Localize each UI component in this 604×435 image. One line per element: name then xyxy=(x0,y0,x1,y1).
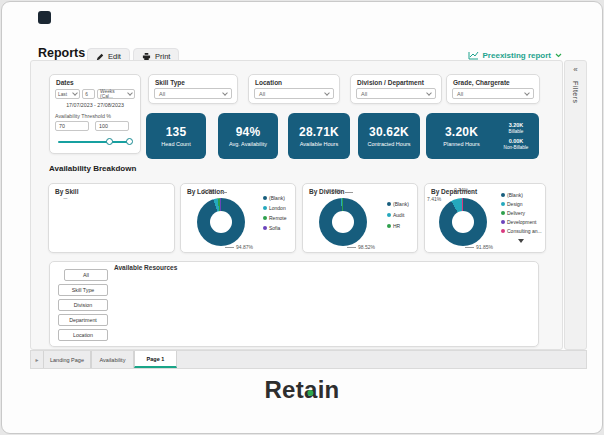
kpi-available-hours: 28.71K Available Hours xyxy=(288,113,350,159)
callout-label: 7.41% xyxy=(427,196,441,202)
skill-type-select[interactable]: All xyxy=(154,88,232,99)
filters-panel-label: Filters xyxy=(572,81,579,104)
tab-landing-page[interactable]: Landing Page xyxy=(43,351,91,368)
legend-item[interactable]: Remote xyxy=(263,215,287,221)
grade-title: Grade, Chargerate xyxy=(447,75,539,87)
by-location-chart-card: By Location 2.7% 94.87% (Blank) London R… xyxy=(180,183,296,253)
callout-label: 0.74% xyxy=(454,187,468,193)
division-donut-chart[interactable] xyxy=(319,198,367,246)
collapse-filters-icon[interactable]: « xyxy=(565,65,586,74)
resources-filter-location[interactable]: Location xyxy=(58,329,108,341)
empty-chart-mark: ~ xyxy=(63,194,68,203)
division-select[interactable]: All xyxy=(356,88,436,99)
legend-label: Design xyxy=(507,201,523,207)
report-canvas: Dates Last 6 Weeks (Cal... 17/07/2023 - … xyxy=(30,60,563,350)
kpi-avg-availability: 94% Avg. Availability xyxy=(218,113,278,159)
slider-handle-min[interactable] xyxy=(106,138,113,145)
chevron-down-icon xyxy=(555,53,562,58)
kpi-sub-value: 0.00K xyxy=(509,138,524,144)
kpi-sub-label: Non-Billable xyxy=(504,145,529,150)
location-select[interactable]: All xyxy=(254,88,334,99)
dates-mode-select[interactable]: Last xyxy=(55,89,80,99)
legend-color-dot xyxy=(263,216,267,220)
legend-label: (Blank) xyxy=(507,192,523,198)
app-window: Reports Edit Print Preexisting report Da… xyxy=(1,1,603,434)
kpi-sub-label: Billable xyxy=(509,129,524,134)
skill-type-title: Skill Type xyxy=(149,75,237,87)
slider-handle-max[interactable] xyxy=(126,138,133,145)
resources-filter-skill-type[interactable]: Skill Type xyxy=(58,284,108,296)
resources-filter-division[interactable]: Division xyxy=(58,299,108,311)
kpi-sub-value: 3.20K xyxy=(509,122,524,128)
resources-filter-all[interactable]: All xyxy=(64,269,108,281)
legend-label: Audit xyxy=(393,212,404,218)
report-selector[interactable]: Preexisting report xyxy=(468,51,562,60)
line-chart-icon xyxy=(468,51,479,60)
tab-availability[interactable]: Availability xyxy=(91,351,134,368)
available-resources-title: Available Resources xyxy=(114,264,177,271)
legend-label: Remote xyxy=(269,215,287,221)
legend-color-dot xyxy=(387,213,391,217)
location-title: Location xyxy=(249,75,339,87)
tab-nav-arrow-icon[interactable]: ▸ xyxy=(31,351,43,368)
kpi-label: Contracted Hours xyxy=(367,141,410,147)
kpi-label: Avg. Availability xyxy=(229,141,267,147)
legend-item[interactable]: Audit xyxy=(387,212,409,218)
department-donut-chart[interactable] xyxy=(439,198,487,246)
skill-type-value: All xyxy=(159,91,165,97)
location-donut-chart[interactable] xyxy=(197,198,245,246)
callout-label: 2.7% xyxy=(203,188,214,194)
division-filter-card: Division / Department All xyxy=(350,74,442,104)
callout-line xyxy=(470,192,476,193)
legend-item[interactable]: Sofia xyxy=(263,225,287,231)
legend-item[interactable]: HR xyxy=(387,223,409,229)
kpi-head-count: 135 Head Count xyxy=(146,113,206,159)
legend-label: (Blank) xyxy=(269,195,285,201)
legend-item[interactable]: Development xyxy=(501,219,542,225)
kpi-planned-hours: 3.20K Planned Hours 3.20K Billable 0.00K… xyxy=(426,113,539,159)
legend-color-dot xyxy=(501,193,505,197)
legend-label: Development xyxy=(507,219,536,225)
tab-page-1[interactable]: Page 1 xyxy=(134,351,177,368)
kpi-contracted-hours: 30.62K Contracted Hours xyxy=(358,113,420,159)
threshold-min-input[interactable]: 70 xyxy=(55,121,89,131)
legend-item[interactable]: Delivery xyxy=(501,210,542,216)
callout-line xyxy=(465,247,474,248)
callout-line xyxy=(225,247,234,248)
callout-line xyxy=(347,247,356,248)
kpi-value: 30.62K xyxy=(369,125,409,139)
chevron-down-icon xyxy=(324,90,330,96)
legend-item[interactable]: (Blank) xyxy=(387,201,409,207)
legend-item[interactable]: Design xyxy=(501,201,542,207)
legend-color-dot xyxy=(501,220,505,224)
legend-item[interactable]: (Blank) xyxy=(501,192,542,198)
dates-unit-select[interactable]: Weeks (Cal... xyxy=(97,89,135,99)
chevron-down-icon xyxy=(426,90,432,96)
division-title: Division / Department xyxy=(351,75,441,87)
app-logo-icon xyxy=(38,11,51,24)
dates-unit-value: Weeks (Cal... xyxy=(100,89,128,99)
legend-item[interactable]: (Blank) xyxy=(263,195,287,201)
legend-label: Sofia xyxy=(269,225,280,231)
report-selector-label: Preexisting report xyxy=(483,51,551,60)
threshold-max-input[interactable]: 100 xyxy=(95,121,129,131)
filters-panel: « Filters xyxy=(564,60,587,350)
kpi-value: 94% xyxy=(236,125,261,139)
by-division-chart-card: By Division 0.74% 98.52% (Blank) Audit H… xyxy=(302,183,418,253)
page-tab-bar: ▸ Landing Page Availability Page 1 xyxy=(30,350,587,369)
legend-more-chevron-down-icon[interactable] xyxy=(518,239,524,243)
kpi-label: Planned Hours xyxy=(443,141,479,147)
legend-item[interactable]: Consulting an... xyxy=(501,228,542,234)
kpi-label: Head Count xyxy=(161,141,190,147)
page-title: Reports xyxy=(38,46,85,60)
resources-filter-department[interactable]: Department xyxy=(58,314,108,326)
dates-count-input[interactable]: 6 xyxy=(82,89,95,99)
grade-filter-card: Grade, Chargerate All xyxy=(446,74,540,104)
legend-label: HR xyxy=(393,223,400,229)
grade-value: All xyxy=(457,91,463,97)
kpi-label: Available Hours xyxy=(300,141,338,147)
legend-item[interactable]: London xyxy=(263,205,287,211)
available-resources-card: Available Resources All Skill Type Divis… xyxy=(49,261,539,347)
callout-line xyxy=(345,192,353,193)
grade-select[interactable]: All xyxy=(452,88,534,99)
